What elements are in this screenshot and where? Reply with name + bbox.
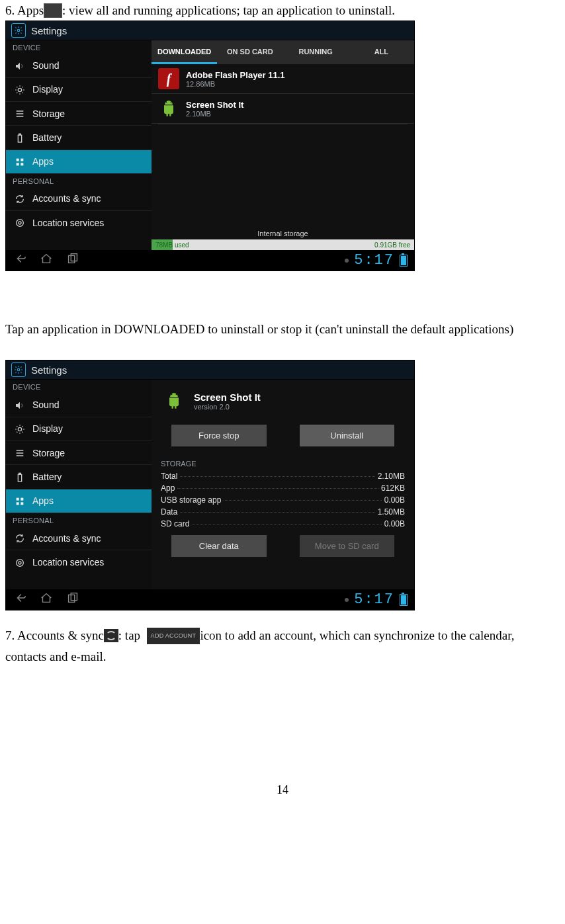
sidebar-item-label: Location services bbox=[32, 557, 104, 567]
sidebar-item-display[interactable]: Display bbox=[6, 78, 152, 102]
storage-icon bbox=[14, 108, 26, 119]
tab-on-sd-card[interactable]: ON SD CARD bbox=[217, 40, 282, 64]
navigation-bar: 5:17 bbox=[6, 250, 414, 271]
kv-row: App612KB bbox=[152, 482, 414, 494]
page-title: Settings bbox=[31, 364, 67, 376]
move-to-sd-button[interactable]: Move to SD card bbox=[300, 535, 395, 557]
kv-row: Total2.10MB bbox=[152, 470, 414, 482]
navigation-bar: 5:17 bbox=[6, 589, 414, 610]
sidebar-item-label: Sound bbox=[32, 60, 59, 71]
app-row[interactable]: Screen Shot It 2.10MB bbox=[152, 94, 414, 124]
sidebar-item-battery[interactable]: Battery bbox=[6, 465, 152, 489]
sidebar-item-label: Accounts & sync bbox=[32, 193, 101, 204]
back-icon[interactable] bbox=[13, 251, 27, 269]
flash-icon: f bbox=[158, 68, 179, 89]
notification-dot-icon[interactable] bbox=[345, 259, 349, 263]
android-icon bbox=[161, 388, 187, 414]
sidebar-item-storage[interactable]: Storage bbox=[6, 441, 152, 465]
svg-rect-10 bbox=[69, 256, 75, 263]
sidebar-item-accounts[interactable]: Accounts & sync bbox=[6, 187, 152, 211]
svg-point-13 bbox=[18, 427, 21, 431]
section-header-device: DEVICE bbox=[6, 380, 152, 393]
sidebar-item-sound[interactable]: Sound bbox=[6, 54, 152, 77]
sidebar-item-location[interactable]: Location services bbox=[6, 211, 152, 234]
svg-rect-18 bbox=[17, 502, 19, 505]
svg-rect-19 bbox=[21, 502, 23, 505]
svg-rect-2 bbox=[18, 135, 21, 142]
settings-topbar: Settings bbox=[6, 21, 414, 40]
brightness-icon bbox=[14, 84, 26, 95]
svg-rect-22 bbox=[69, 595, 75, 603]
sidebar-item-label: Battery bbox=[32, 132, 62, 143]
app-size: 2.10MB bbox=[186, 110, 243, 118]
speaker-icon bbox=[14, 60, 26, 71]
svg-rect-4 bbox=[17, 158, 19, 161]
svg-point-8 bbox=[19, 222, 21, 224]
app-version: version 2.0 bbox=[194, 403, 261, 411]
apps-grid-icon bbox=[14, 495, 26, 507]
app-name: Adobe Flash Player 11.1 bbox=[186, 70, 285, 80]
page-number: 14 bbox=[5, 667, 560, 797]
settings-topbar: Settings bbox=[6, 360, 414, 380]
paragraph: Tap an application in DOWNLOADED to unin… bbox=[5, 317, 560, 341]
svg-point-21 bbox=[17, 559, 24, 566]
tab-running[interactable]: RUNNING bbox=[283, 40, 349, 64]
text: : tap bbox=[118, 625, 144, 646]
sidebar-item-apps[interactable]: Apps bbox=[6, 489, 152, 513]
home-icon[interactable] bbox=[39, 591, 54, 609]
text: : view all and running applications; tap… bbox=[62, 0, 395, 21]
svg-point-12 bbox=[17, 369, 20, 372]
text: 7. Accounts & sync bbox=[5, 625, 104, 646]
sidebar-item-sound[interactable]: Sound bbox=[6, 393, 152, 417]
sidebar-item-label: Accounts & sync bbox=[32, 533, 101, 544]
sidebar-item-storage[interactable]: Storage bbox=[6, 102, 152, 126]
location-icon bbox=[14, 217, 26, 228]
location-icon bbox=[14, 556, 26, 567]
sidebar-item-accounts[interactable]: Accounts & sync bbox=[6, 526, 152, 550]
svg-rect-5 bbox=[21, 158, 23, 161]
recent-icon[interactable] bbox=[65, 591, 80, 609]
notification-dot-icon[interactable] bbox=[345, 598, 349, 602]
sidebar-item-battery[interactable]: Battery bbox=[6, 126, 152, 149]
storage-used: 78MB used bbox=[152, 241, 193, 249]
svg-point-1 bbox=[18, 88, 21, 91]
brightness-icon bbox=[14, 423, 26, 435]
storage-free: 0.91GB free bbox=[370, 241, 414, 249]
svg-rect-6 bbox=[17, 163, 19, 165]
force-stop-button[interactable]: Force stop bbox=[171, 425, 267, 446]
section-header-personal: PERSONAL bbox=[6, 174, 152, 187]
text: 6. Apps bbox=[5, 0, 44, 21]
screenshot-app-detail: Settings DEVICE Sound Display Storage bbox=[5, 360, 415, 610]
svg-rect-16 bbox=[17, 498, 19, 501]
clock: 5:17 bbox=[354, 591, 394, 608]
home-icon[interactable] bbox=[39, 251, 54, 269]
battery-icon bbox=[14, 132, 26, 143]
tab-downloaded[interactable]: DOWNLOADED bbox=[152, 40, 217, 64]
sidebar-item-location[interactable]: Location services bbox=[6, 550, 152, 573]
sidebar-item-label: Display bbox=[32, 423, 63, 434]
recent-icon[interactable] bbox=[65, 251, 80, 269]
storage-header: STORAGE bbox=[152, 456, 414, 470]
app-row[interactable]: f Adobe Flash Player 11.1 12.86MB bbox=[152, 64, 414, 94]
battery-status-icon bbox=[400, 594, 408, 606]
clear-data-button[interactable]: Clear data bbox=[171, 535, 267, 557]
settings-sidebar: DEVICE Sound Display Storage Battery bbox=[6, 40, 152, 250]
svg-rect-14 bbox=[18, 474, 21, 482]
svg-point-20 bbox=[19, 562, 21, 564]
sidebar-item-label: Battery bbox=[32, 472, 62, 482]
gear-icon bbox=[11, 23, 26, 38]
tab-all[interactable]: ALL bbox=[349, 40, 414, 64]
kv-row: SD card0.00B bbox=[152, 518, 414, 530]
uninstall-button[interactable]: Uninstall bbox=[300, 425, 395, 446]
battery-status-icon bbox=[400, 255, 408, 267]
section-header-personal: PERSONAL bbox=[6, 513, 152, 526]
svg-rect-17 bbox=[21, 498, 23, 501]
back-icon[interactable] bbox=[13, 591, 27, 609]
gear-icon bbox=[11, 362, 26, 377]
sidebar-item-apps[interactable]: Apps bbox=[6, 150, 152, 174]
clock: 5:17 bbox=[354, 252, 394, 269]
storage-bar: 78MB used 0.91GB free bbox=[152, 239, 414, 250]
kv-row: USB storage app0.00B bbox=[152, 494, 414, 506]
svg-point-0 bbox=[17, 30, 20, 32]
sidebar-item-display[interactable]: Display bbox=[6, 417, 152, 441]
